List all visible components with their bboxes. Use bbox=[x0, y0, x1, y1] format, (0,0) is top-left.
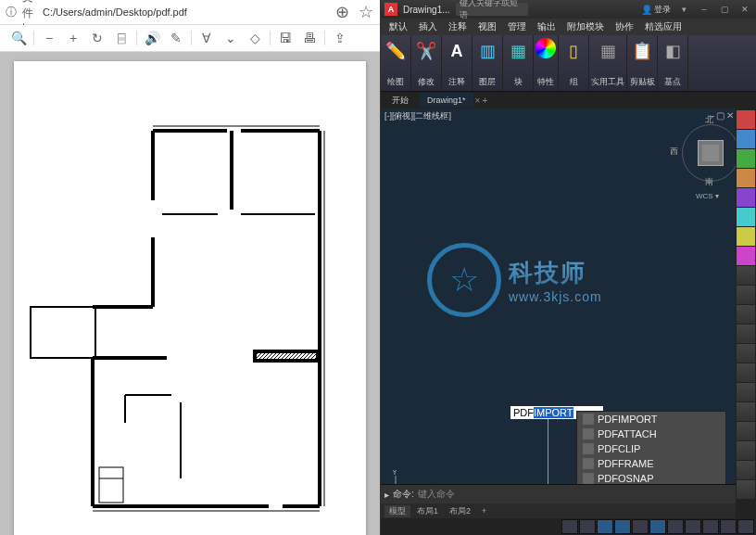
palette-item[interactable] bbox=[737, 305, 755, 324]
palette-item[interactable] bbox=[737, 130, 755, 148]
palette-item[interactable] bbox=[737, 247, 755, 265]
pdf-page bbox=[14, 61, 366, 535]
doc-tabs: 开始 Drawing1* × + bbox=[381, 92, 756, 108]
palette-item[interactable] bbox=[737, 188, 755, 207]
share-icon[interactable]: ⇪ bbox=[329, 27, 351, 49]
info-icon[interactable]: ⓘ bbox=[4, 5, 19, 19]
palette-item[interactable] bbox=[737, 325, 755, 343]
drawing-viewport[interactable]: [-][俯视][二维线框] – ▢ ✕ 北 南 东 西 WCS ▾ 科技师www… bbox=[381, 108, 756, 535]
minimize-icon[interactable]: – bbox=[697, 2, 712, 17]
menu-annotate[interactable]: 注释 bbox=[444, 20, 472, 33]
tab-drawing1[interactable]: Drawing1* bbox=[420, 93, 473, 108]
viewcube[interactable]: 北 南 东 西 WCS ▾ bbox=[677, 120, 742, 185]
save-icon[interactable]: 🖫 bbox=[274, 27, 296, 49]
ribbon-utils[interactable]: ▦实用工具 bbox=[589, 35, 627, 91]
status-btn[interactable] bbox=[614, 519, 631, 534]
ac-item[interactable]: PDFIMPORT bbox=[577, 412, 725, 427]
ribbon-draw[interactable]: ✏️绘图 bbox=[381, 35, 411, 91]
status-btn[interactable] bbox=[737, 519, 754, 534]
ribbon-layers[interactable]: ▥图层 bbox=[472, 35, 503, 91]
menu-addins[interactable]: 附加模块 bbox=[562, 20, 609, 33]
menu-default[interactable]: 默认 bbox=[384, 20, 412, 33]
ribbon-clipboard[interactable]: 📋剪贴板 bbox=[627, 35, 658, 91]
ac-item[interactable]: PDFCLIP bbox=[577, 441, 725, 456]
search-icon[interactable]: 🔍 bbox=[7, 27, 30, 49]
title-doc: Drawing1... bbox=[403, 5, 450, 15]
palette-item[interactable] bbox=[737, 344, 755, 363]
status-btn[interactable] bbox=[685, 519, 701, 534]
ribbon-modify[interactable]: ✂️修改 bbox=[411, 35, 442, 91]
command-line[interactable]: ▸ 命令: 键入命令 bbox=[381, 484, 736, 503]
status-btn[interactable] bbox=[632, 519, 649, 534]
zoom-out-icon[interactable]: − bbox=[38, 27, 60, 49]
pdf-body[interactable] bbox=[0, 52, 380, 535]
print-icon[interactable]: 🖶 bbox=[298, 27, 321, 49]
erase-icon[interactable]: ◇ bbox=[244, 27, 266, 49]
palette-item[interactable] bbox=[737, 227, 755, 246]
status-btn[interactable] bbox=[597, 519, 613, 534]
menu-output[interactable]: 输出 bbox=[533, 20, 561, 33]
menu-manage[interactable]: 管理 bbox=[503, 20, 531, 33]
ac-item[interactable]: PDFATTACH bbox=[577, 427, 725, 441]
tab-layout2[interactable]: 布局2 bbox=[445, 505, 475, 517]
bookmark-icon[interactable]: ☆ bbox=[356, 2, 376, 22]
tab-model[interactable]: 模型 bbox=[384, 505, 410, 517]
status-btn[interactable] bbox=[667, 519, 684, 534]
status-btn[interactable] bbox=[561, 519, 578, 534]
ribbon-group[interactable]: ▯组 bbox=[559, 35, 589, 91]
cmdline-icon: ▸ bbox=[384, 490, 389, 500]
status-bar bbox=[381, 518, 756, 535]
ribbon-annotate[interactable]: A注释 bbox=[442, 35, 472, 91]
reader-icon[interactable]: ⊕ bbox=[332, 2, 352, 22]
palette-item[interactable] bbox=[737, 286, 755, 304]
maximize-icon[interactable]: ▢ bbox=[717, 2, 732, 17]
cmdline-hint: 键入命令 bbox=[418, 488, 455, 501]
title-bar: A Drawing1... 键入关键字或短语 登录 ▾ – ▢ ✕ bbox=[381, 0, 756, 19]
menu-insert[interactable]: 插入 bbox=[414, 20, 442, 33]
draw-icon[interactable]: ✎ bbox=[165, 27, 187, 49]
text-icon[interactable]: ⌄ bbox=[220, 27, 242, 49]
view-label[interactable]: [-][俯视][二维线框] bbox=[384, 110, 451, 122]
menu-apps[interactable]: 精选应用 bbox=[640, 20, 687, 33]
tab-add-layout-icon[interactable]: + bbox=[477, 506, 491, 516]
status-btn[interactable] bbox=[649, 519, 666, 534]
ribbon-basepoint[interactable]: ◧基点 bbox=[658, 35, 688, 91]
status-btn[interactable] bbox=[720, 519, 737, 534]
status-btn[interactable] bbox=[702, 519, 719, 534]
help-icon[interactable]: ▾ bbox=[676, 2, 691, 17]
palette-item[interactable] bbox=[737, 169, 755, 187]
tab-start[interactable]: 开始 bbox=[384, 93, 416, 108]
read-aloud-icon[interactable]: 🔊 bbox=[141, 27, 163, 49]
title-search[interactable]: 键入关键字或短语 bbox=[456, 3, 528, 16]
palette-item[interactable] bbox=[737, 363, 755, 382]
palette-item[interactable] bbox=[737, 383, 755, 401]
rotate-icon[interactable]: ↻ bbox=[86, 27, 108, 49]
palette-item[interactable] bbox=[737, 208, 755, 226]
ac-item[interactable]: PDFFRAME bbox=[577, 456, 725, 471]
ribbon-props[interactable]: 特性 bbox=[534, 35, 559, 91]
palette-item[interactable] bbox=[737, 266, 755, 285]
menu-collab[interactable]: 协作 bbox=[611, 20, 638, 33]
status-btn[interactable] bbox=[579, 519, 596, 534]
menu-view[interactable]: 视图 bbox=[473, 20, 501, 33]
ribbon-block[interactable]: ▦块 bbox=[503, 35, 534, 91]
palette-item[interactable] bbox=[737, 480, 755, 499]
palette-item[interactable] bbox=[737, 149, 755, 168]
address-input[interactable] bbox=[41, 2, 328, 22]
highlight-icon[interactable]: ∀ bbox=[195, 27, 218, 49]
autocad-pane: A Drawing1... 键入关键字或短语 登录 ▾ – ▢ ✕ 默认 插入 … bbox=[381, 0, 756, 535]
tab-add-icon[interactable]: + bbox=[482, 96, 487, 106]
palette-item[interactable] bbox=[737, 110, 755, 129]
palette-item[interactable] bbox=[737, 402, 755, 421]
login-button[interactable]: 登录 bbox=[641, 4, 671, 16]
pdf-toolbar: 🔍 − + ↻ ⌸ 🔊 ✎ ∀ ⌄ ◇ 🖫 🖶 ⇪ bbox=[0, 25, 380, 52]
close-icon[interactable]: ✕ bbox=[737, 2, 752, 17]
tab-close-icon[interactable]: × bbox=[475, 96, 481, 106]
svg-rect-10 bbox=[31, 307, 95, 358]
tab-layout1[interactable]: 布局1 bbox=[412, 505, 443, 517]
palette-item[interactable] bbox=[737, 461, 755, 479]
palette-item[interactable] bbox=[737, 422, 755, 440]
fit-icon[interactable]: ⌸ bbox=[110, 27, 132, 49]
palette-item[interactable] bbox=[737, 441, 755, 460]
zoom-in-icon[interactable]: + bbox=[62, 27, 84, 49]
